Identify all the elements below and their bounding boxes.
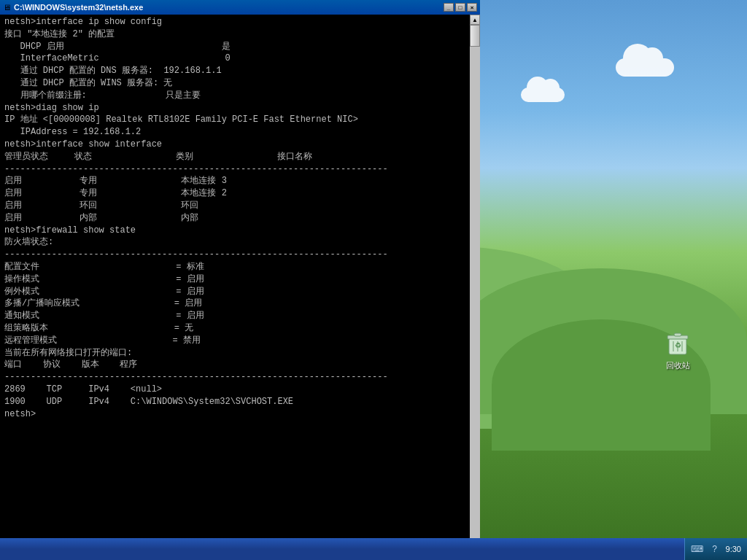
scrollbar-up-button[interactable]: ▲ [470,15,480,25]
keyboard-icon[interactable]: ⌨ [691,542,704,556]
svg-rect-2 [674,333,681,336]
taskbar-system-tray: ⌨ ? 9:30 [684,538,747,560]
cloud-2 [521,88,565,102]
minimize-button[interactable]: _ [444,3,454,12]
cmd-scrollbar[interactable]: ▲ ▼ [470,15,480,560]
cmd-output[interactable]: netsh>interface ip show config接口 "本地连接 2… [0,15,480,560]
scrollbar-track[interactable] [470,25,480,550]
cmd-controls: _ □ × [444,3,477,12]
taskbar: ⌨ ? 9:30 [0,538,747,560]
recycle-bin[interactable]: ♻ 回收站 [652,328,703,371]
cmd-titlebar: 🖥 C:\WINDOWS\system32\netsh.exe _ □ × [0,0,480,15]
maximize-button[interactable]: □ [455,3,465,12]
recycle-bin-label: 回收站 [666,360,690,371]
cmd-title: C:\WINDOWS\system32\netsh.exe [11,3,444,12]
svg-text:♻: ♻ [675,341,681,349]
cmd-content: netsh>interface ip show config接口 "本地连接 2… [0,15,480,560]
scrollbar-thumb[interactable] [470,25,480,47]
close-button[interactable]: × [467,3,477,12]
taskbar-clock: 9:30 [726,545,741,553]
cmd-window-icon: 🖥 [3,3,11,12]
cloud-1 [616,58,674,77]
help-icon[interactable]: ? [708,542,721,556]
cmd-window: 🖥 C:\WINDOWS\system32\netsh.exe _ □ × ne… [0,0,480,560]
recycle-bin-icon: ♻ [663,328,692,357]
